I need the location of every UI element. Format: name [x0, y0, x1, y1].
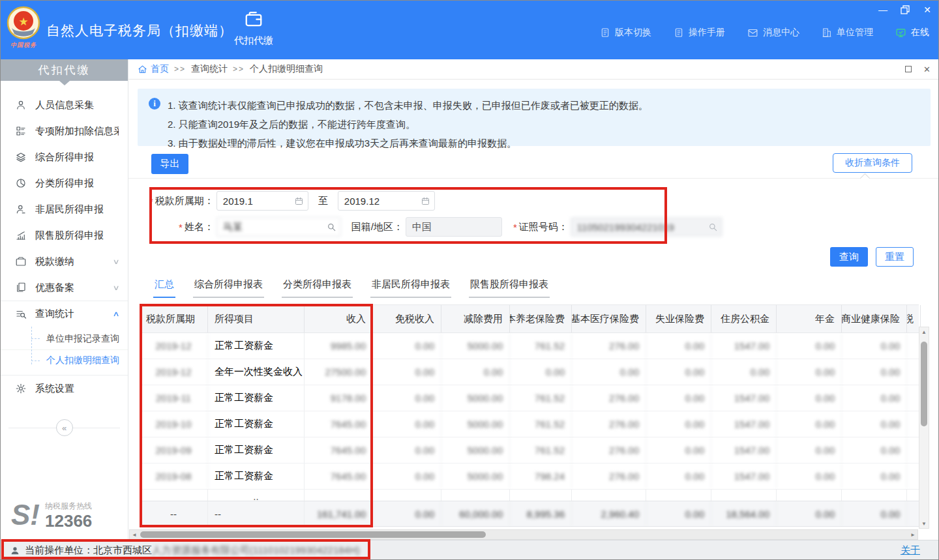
vertical-scrollbar[interactable]: ▲ ▼	[919, 327, 929, 529]
sidebar-item-classified-income[interactable]: 分类所得申报	[1, 170, 128, 196]
app-header: — ✕ ★ 中国税务 自然人电子税务局（扣缴端） 代扣代缴 版本切换操作手册消息…	[1, 1, 939, 59]
scroll-left-arrow[interactable]: ◄	[130, 530, 139, 539]
sidebar-item-nonresident-income[interactable]: 非居民所得申报	[1, 196, 128, 222]
person-alt-icon	[15, 203, 27, 215]
column-header: 失业保险费	[646, 305, 711, 332]
online-monitor-icon	[895, 27, 906, 38]
table-row[interactable]: 2019-09正常工资薪金7645.000.005000.00761.52276…	[140, 437, 919, 464]
header-menu: 版本切换操作手册消息中心单位管理在线	[600, 27, 929, 38]
sidebar-item-tax-payment[interactable]: 税款缴纳∨	[1, 248, 128, 274]
filter-row-period: * 税款所属期： 至	[149, 191, 435, 211]
document-icon	[674, 27, 684, 38]
horizontal-scroll-thumb[interactable]	[140, 531, 486, 538]
search-icon[interactable]	[326, 222, 336, 232]
table-row[interactable]: 2019-10正常工资薪金7645.000.005000.00761.52276…	[140, 411, 919, 437]
tab-classified[interactable]: 分类所得申报表	[282, 278, 353, 298]
pie-icon	[15, 177, 27, 189]
tab-comprehensive[interactable]: 综合所得申报表	[193, 278, 264, 298]
about-link[interactable]: 关于	[901, 544, 920, 557]
info-icon: i	[149, 98, 160, 110]
header-menu-online-status[interactable]: 在线	[895, 27, 929, 38]
result-table: 税款所属期所得项目收入免税收入减除费用基本养老保险费基本医疗保险费失业保险费住房…	[140, 304, 919, 527]
page-maximize-button[interactable]	[905, 66, 912, 72]
emblem-caption: 中国税务	[6, 41, 41, 50]
wallet-folder-icon	[15, 256, 27, 267]
notice-line: 2. 只能查询2019年及之后的数据，不能进行跨年度查询。	[168, 115, 924, 134]
app-title: 自然人电子税务局（扣缴端）	[46, 22, 233, 40]
app-window: — ✕ ★ 中国税务 自然人电子税务局（扣缴端） 代扣代缴 版本切换操作手册消息…	[0, 0, 939, 560]
scroll-down-arrow[interactable]: ▼	[919, 519, 929, 528]
calendar-icon[interactable]	[294, 196, 304, 206]
document-icon	[600, 27, 610, 38]
window-restore-button[interactable]	[899, 4, 911, 16]
table-row[interactable]: 2019-08正常工资薪金7645.000.005000.00798.24276…	[140, 464, 919, 490]
scroll-up-arrow[interactable]: ▲	[919, 327, 929, 336]
column-header: 基本养老保险费	[510, 305, 572, 332]
collapse-query-button[interactable]: 收折查询条件	[833, 153, 912, 173]
calendar-icon[interactable]	[421, 196, 430, 206]
header-menu-message-center[interactable]: 消息中心	[747, 27, 799, 38]
sidebar-item-query-statistics[interactable]: 查询统计∧	[1, 301, 128, 327]
table-row[interactable]: 2019-12正常工资薪金9985.000.005000.00761.52276…	[140, 333, 919, 359]
hotline-logo-icon: S!	[11, 499, 40, 531]
current-unit-prefix: 当前操作单位：北京市西城区	[25, 544, 152, 557]
collapse-query-notch	[860, 173, 871, 184]
current-unit-blurred: 人力资源服务有限公司(111010219930422184H)	[152, 544, 360, 557]
table-header-row: 税款所属期所得项目收入免税收入减除费用基本养老保险费基本医疗保险费失业保险费住房…	[140, 304, 919, 333]
breadcrumb: 首页 >> 查询统计 >> 个人扣缴明细查询	[128, 59, 939, 80]
user-icon	[10, 546, 20, 556]
header-menu-org-management[interactable]: 单位管理	[822, 27, 873, 38]
nationality-label: 国籍/地区：	[351, 221, 403, 233]
sidebar-item-preferential-record[interactable]: 优惠备案∨	[1, 274, 128, 301]
reset-button[interactable]: 重置	[876, 247, 914, 267]
toolbar-divider	[128, 178, 939, 179]
sidebar-subitem-unit-declare-query[interactable]: 单位申报记录查询	[1, 328, 128, 349]
sidebar-item-comprehensive-income[interactable]: 综合所得申报	[1, 144, 128, 170]
id-number-input[interactable]	[571, 217, 723, 237]
sidebar-header: 代扣代缴	[1, 59, 128, 81]
name-input[interactable]	[216, 217, 341, 237]
header-menu-manual[interactable]: 操作手册	[674, 27, 725, 38]
hotline-number: 12366	[45, 512, 92, 530]
notice-lines: 1. 该查询统计表仅能查询已申报成功的数据，不包含未申报、申报失败，已申报但已作…	[168, 96, 924, 153]
header-menu-version-switch[interactable]: 版本切换	[600, 27, 651, 38]
tab-summary[interactable]: 汇总	[153, 278, 175, 298]
sidebar-submenu: 单位申报记录查询个人扣缴明细查询	[1, 327, 128, 376]
tab-nonresident[interactable]: 非居民所得申报表	[370, 278, 451, 298]
sidebar-menu: 人员信息采集专项附加扣除信息采集综合所得申报分类所得申报非居民所得申报限售股所得…	[1, 92, 128, 402]
column-header: 免税收入	[373, 305, 441, 332]
table-row[interactable]: 2019-11正常工资薪金9178.000.005000.00761.52276…	[140, 385, 919, 411]
period-to-label: 至	[318, 195, 328, 207]
name-label: 姓名：	[185, 221, 214, 233]
notice-line: 1. 该查询统计表仅能查询已申报成功的数据，不包含未申报、申报失败，已申报但已作…	[168, 96, 924, 115]
china-tax-emblem-logo: ★ 中国税务	[6, 6, 41, 50]
tab-restricted[interactable]: 限售股所得申报表	[469, 278, 550, 298]
module-tab-label: 代扣代缴	[230, 35, 277, 47]
breadcrumb-item-query-statistics[interactable]: 查询统计	[191, 63, 228, 75]
horizontal-scrollbar[interactable]: ◄ ►	[129, 529, 918, 540]
vertical-scroll-thumb[interactable]	[921, 342, 927, 426]
notice-line: 3. 由于数据处理的滞后性，建议您在申报成功3天之后再来查询最新的申报数据。	[168, 134, 924, 153]
search-icon[interactable]	[708, 222, 718, 232]
module-tab-withholding[interactable]: 代扣代缴	[230, 9, 277, 47]
table-body: 2019-12正常工资薪金9985.000.005000.00761.52276…	[140, 333, 919, 501]
sidebar-item-special-deduction[interactable]: 专项附加扣除信息采集	[1, 118, 128, 144]
window-close-button[interactable]: ✕	[921, 4, 933, 16]
sidebar-item-system-settings[interactable]: 系统设置	[1, 376, 128, 402]
query-button[interactable]: 查询	[830, 247, 868, 267]
column-header: 税款所属期	[140, 305, 208, 332]
search-list-icon	[15, 308, 27, 320]
breadcrumb-home[interactable]: 首页	[138, 63, 169, 75]
table-row[interactable]: 2019-12全年一次性奖金收入27500.000.000.000.000.00…	[140, 359, 919, 385]
svg-text:★: ★	[18, 16, 28, 28]
sidebar-collapse-button[interactable]: «	[56, 419, 73, 436]
column-header: 所得项目	[208, 305, 305, 332]
window-minimize-button[interactable]: —	[877, 4, 889, 16]
page-close-button[interactable]: ✕	[923, 65, 931, 74]
sidebar-item-restricted-stock[interactable]: 限售股所得申报	[1, 222, 128, 248]
sidebar-item-personnel-info[interactable]: 人员信息采集	[1, 92, 128, 118]
sidebar-subitem-personal-detail-query[interactable]: 个人扣缴明细查询	[1, 349, 128, 371]
hotline-block: S! 纳税服务热线 12366	[11, 499, 92, 531]
scroll-right-arrow[interactable]: ►	[908, 530, 917, 539]
export-button[interactable]: 导出	[151, 154, 188, 174]
